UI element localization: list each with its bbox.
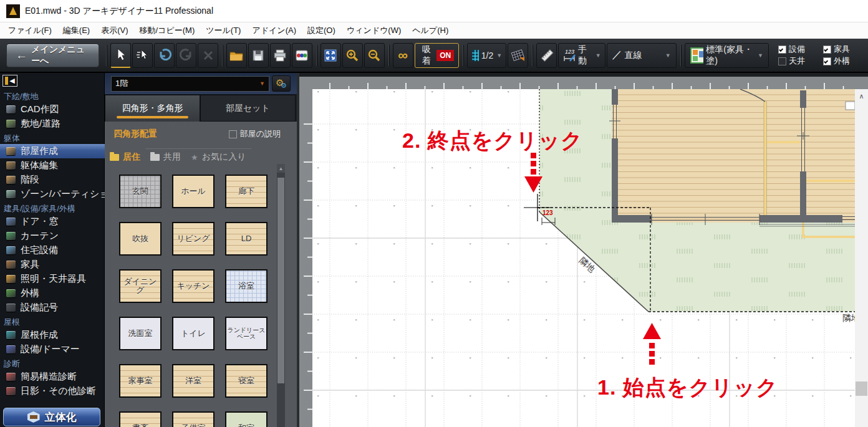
menu-item[interactable]: 移動/コピー(M) bbox=[134, 22, 201, 39]
dimension-mode-dropdown[interactable]: 123 手動 ▼ bbox=[558, 43, 605, 68]
sidebar-section-label: 屋根 bbox=[0, 315, 105, 328]
layer-checkbox[interactable]: 外構 bbox=[823, 55, 868, 67]
save-button[interactable] bbox=[248, 43, 269, 68]
menu-item[interactable]: ファイル(F) bbox=[2, 22, 57, 39]
sidebar-item[interactable]: 日影・その他診断 bbox=[0, 384, 105, 398]
zoom-out-button[interactable] bbox=[364, 43, 385, 68]
solidify-3d-icon bbox=[27, 411, 40, 423]
redo-button[interactable] bbox=[176, 43, 196, 68]
display-style-dropdown[interactable]: 標準(家具・塗) ▼ bbox=[685, 43, 769, 68]
application-window: E01.mwd - 3D アーキデザイナー11 Professional ファイ… bbox=[0, 0, 868, 427]
sidebar-item[interactable]: 部屋作成 bbox=[0, 144, 105, 158]
sidebar-item[interactable]: 躯体編集 bbox=[0, 158, 105, 173]
menu-item[interactable]: 編集(E) bbox=[57, 22, 95, 39]
room-type-button[interactable]: 浴室 bbox=[225, 269, 268, 303]
room-category-tab[interactable]: 共用 bbox=[145, 148, 186, 165]
menu-item[interactable]: ツール(T) bbox=[200, 22, 246, 39]
select-tool-button[interactable] bbox=[110, 43, 131, 68]
room-type-button[interactable]: 洋室 bbox=[172, 364, 215, 398]
ruler-vertical bbox=[299, 89, 312, 427]
panel-scrollbar[interactable]: ▲ bbox=[277, 164, 285, 427]
scrollbar-thumb[interactable] bbox=[856, 381, 867, 396]
room-description-checkbox[interactable]: 部屋の説明 bbox=[229, 128, 281, 140]
grid-angle-button[interactable] bbox=[508, 43, 528, 68]
continuous-input-button[interactable]: ∞ bbox=[393, 43, 413, 68]
room-type-button[interactable]: ホール bbox=[172, 175, 215, 208]
room-type-button[interactable]: ダイニング bbox=[119, 269, 162, 303]
sidebar-item[interactable]: 照明・天井器具 bbox=[0, 272, 105, 286]
room-type-button[interactable]: 書斎 bbox=[119, 411, 162, 427]
grid-scale-dropdown[interactable]: 1/2 ▼ bbox=[467, 43, 506, 68]
layer-checkbox[interactable]: 家具 bbox=[823, 44, 868, 55]
menu-item[interactable]: 表示(V) bbox=[95, 22, 133, 39]
export-pbd-button[interactable] bbox=[292, 43, 312, 68]
room-type-button[interactable]: ランドリースペース bbox=[225, 317, 268, 350]
menu-item[interactable]: 設定(O) bbox=[302, 22, 341, 39]
room-type-button[interactable]: 廊下 bbox=[225, 175, 268, 208]
room-type-button[interactable]: トイレ bbox=[172, 317, 215, 350]
measure-ruler-button[interactable] bbox=[536, 43, 557, 68]
floor-select-dropdown[interactable]: 1階 ▼ bbox=[111, 76, 269, 92]
layer-checkbox[interactable]: 設備 bbox=[778, 44, 823, 55]
layer-checkbox[interactable]: 天井 bbox=[778, 55, 823, 67]
print-button[interactable] bbox=[270, 43, 291, 68]
room-type-button[interactable]: 子供室 bbox=[172, 411, 215, 427]
panel-tab[interactable]: 四角形・多角形 bbox=[105, 95, 200, 122]
panel-tab[interactable]: 部屋セット bbox=[200, 95, 296, 122]
sidebar-collapse-button[interactable]: ◀ bbox=[2, 75, 17, 87]
sidebar-item[interactable]: 設備記号 bbox=[0, 300, 105, 315]
cursor-badge: 123 bbox=[542, 209, 553, 216]
window-title: E01.mwd - 3D アーキデザイナー11 Professional bbox=[25, 6, 213, 17]
sidebar-item[interactable]: CAD作図 bbox=[0, 102, 105, 117]
folder-icon bbox=[150, 154, 160, 161]
room-type-button[interactable]: キッチン bbox=[172, 269, 215, 303]
sidebar-item[interactable]: ドア・窓 bbox=[0, 214, 105, 229]
sidebar-item[interactable]: ゾーン/パーティション bbox=[0, 187, 105, 201]
main-menu-back-button[interactable]: ← メインメニューへ bbox=[6, 44, 99, 67]
back-arrow-icon: ← bbox=[16, 49, 27, 62]
room-type-button[interactable]: 寝室 bbox=[225, 364, 268, 398]
menu-item[interactable]: ヘルプ(H) bbox=[407, 22, 454, 39]
sidebar-item[interactable]: 家具 bbox=[0, 257, 105, 272]
room-type-button[interactable]: 和室 bbox=[225, 411, 268, 427]
room-type-button[interactable]: リビング bbox=[172, 222, 215, 256]
save-floppy-icon bbox=[252, 49, 264, 62]
checkbox-icon bbox=[778, 57, 786, 65]
sidebar-item[interactable]: 住宅設備 bbox=[0, 243, 105, 257]
sidebar-item[interactable]: 屋根作成 bbox=[0, 328, 105, 342]
line-mode-dropdown[interactable]: ／ 直線 ▼ bbox=[607, 43, 677, 68]
sidebar-item[interactable]: 外構 bbox=[0, 286, 105, 300]
room-type-button[interactable]: 家事室 bbox=[119, 364, 162, 398]
sidebar-item[interactable]: 階段 bbox=[0, 173, 105, 187]
scrollbar-thumb[interactable] bbox=[277, 178, 284, 383]
menu-item[interactable]: ウィンドウ(W) bbox=[341, 22, 407, 39]
open-file-button[interactable] bbox=[226, 43, 247, 68]
undo-icon bbox=[158, 49, 171, 62]
sidebar-item[interactable]: 敷地/道路 bbox=[0, 117, 105, 131]
building-floor[interactable] bbox=[612, 89, 855, 223]
svg-text:123: 123 bbox=[565, 49, 574, 55]
snap-toggle-button[interactable]: 吸着 ON bbox=[415, 43, 460, 68]
scroll-up-icon[interactable]: ∧ bbox=[855, 89, 868, 103]
solidify-3d-button[interactable]: 立体化 bbox=[3, 408, 100, 426]
scroll-up-icon[interactable]: ▲ bbox=[277, 164, 285, 173]
room-type-button[interactable]: 玄関 bbox=[119, 175, 162, 208]
multi-select-tool-button[interactable] bbox=[132, 43, 153, 68]
delete-button[interactable] bbox=[198, 43, 218, 68]
room-type-button[interactable]: 洗面室 bbox=[119, 317, 162, 350]
undo-button[interactable] bbox=[154, 43, 175, 68]
canvas-vertical-scrollbar[interactable]: ∧ bbox=[855, 89, 868, 427]
sidebar-item[interactable]: 簡易構造診断 bbox=[0, 370, 105, 384]
zoom-in-button[interactable] bbox=[342, 43, 363, 68]
checkbox-icon bbox=[823, 46, 831, 54]
room-category-tab[interactable]: ★ お気に入り bbox=[186, 148, 251, 165]
menu-item[interactable]: アドイン(A) bbox=[246, 22, 302, 39]
drawing-canvas[interactable]: 123 隣地 隣地 2. 終点をクリック bbox=[299, 73, 868, 427]
room-type-button[interactable]: 吹抜 bbox=[119, 222, 162, 256]
sidebar-item[interactable]: 設備/ドーマー bbox=[0, 342, 105, 357]
floor-settings-button[interactable]: ⚙ ⚙ bbox=[272, 75, 291, 92]
sidebar-item[interactable]: カーテン bbox=[0, 229, 105, 243]
room-category-tab[interactable]: 居住 bbox=[105, 149, 145, 165]
zoom-fit-button[interactable] bbox=[321, 43, 341, 68]
room-type-button[interactable]: LD bbox=[225, 222, 268, 256]
